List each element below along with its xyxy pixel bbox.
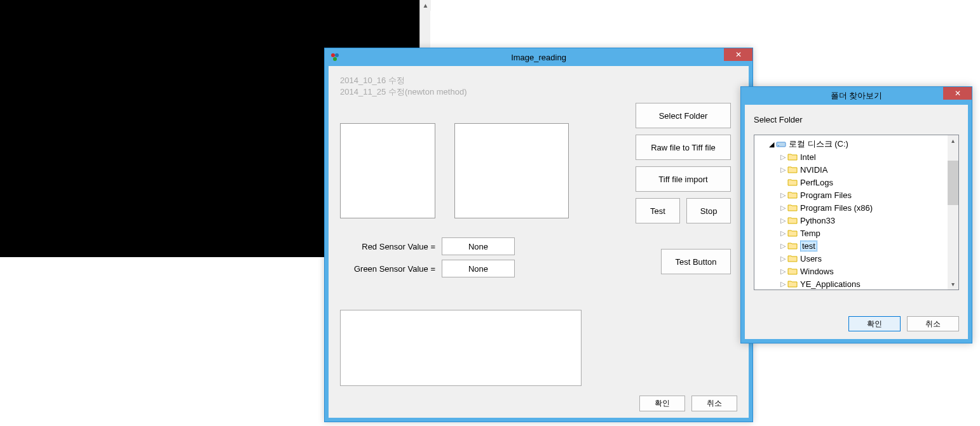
expand-icon[interactable]: ▷ — [779, 153, 787, 161]
tree-item-test[interactable]: ▷ test — [757, 239, 956, 252]
folder-icon — [787, 267, 798, 276]
app-icon — [330, 52, 340, 62]
test-stop-row: Test Stop — [636, 198, 731, 223]
image-reading-title: Image_reading — [511, 53, 566, 62]
folder-icon — [787, 152, 798, 161]
drive-icon — [776, 140, 786, 149]
folder-icon — [787, 178, 798, 187]
expand-icon[interactable]: ▷ — [779, 216, 787, 225]
tree-scrollbar[interactable]: ▴ ▾ — [948, 135, 958, 290]
collapse-icon[interactable]: ◢ — [767, 140, 776, 149]
folder-icon — [787, 229, 798, 237]
folder-icon — [787, 241, 798, 250]
expand-icon[interactable]: ▷ — [779, 280, 787, 288]
svg-point-2 — [333, 57, 337, 61]
raw-to-tiff-button[interactable]: Raw file to Tiff file — [636, 135, 731, 160]
svg-point-1 — [335, 53, 339, 57]
tree-item-program-files[interactable]: ▷ Program Files — [757, 189, 956, 201]
folder-icon — [787, 254, 798, 263]
preview-row — [340, 123, 569, 218]
image-reading-body: 2014_10_16 수정 2014_11_25 수정(newton metho… — [325, 66, 752, 422]
tree-item-label: test — [800, 241, 817, 251]
tree-item-label: NVIDIA — [800, 165, 827, 175]
scroll-up-icon[interactable]: ▴ — [948, 135, 958, 146]
tree-item-label: Intel — [800, 152, 816, 162]
green-sensor-value: None — [442, 260, 515, 277]
expand-icon[interactable]: ▷ — [779, 166, 787, 174]
stop-button[interactable]: Stop — [686, 198, 731, 223]
scroll-down-icon[interactable]: ▾ — [948, 279, 958, 290]
folder-dialog-label: Select Folder — [754, 115, 959, 124]
tree-item-users[interactable]: ▷ Users — [757, 252, 956, 265]
tree-root[interactable]: ◢ 로컬 디스크 (C:) — [757, 138, 956, 150]
button-column: Select Folder Raw file to Tiff file Tiff… — [636, 103, 731, 274]
red-sensor-row: Red Sensor Value = None — [346, 237, 515, 255]
svg-rect-4 — [778, 145, 779, 146]
red-sensor-value: None — [442, 237, 515, 255]
folder-dialog-buttons: 확인 취소 — [848, 316, 959, 331]
console-scrollbar[interactable]: ▲ — [419, 0, 430, 48]
folder-icon — [787, 216, 798, 225]
test-button[interactable]: Test — [636, 198, 680, 223]
tree-item-label: YE_Applications — [800, 279, 861, 289]
close-icon: ✕ — [955, 89, 961, 98]
scroll-thumb[interactable] — [948, 161, 958, 205]
folder-tree[interactable]: ◢ 로컬 디스크 (C:) ▷ Intel ▷ NVIDIA — [754, 135, 959, 290]
tree-item-nvidia[interactable]: ▷ NVIDIA — [757, 163, 956, 176]
tree-item-perflogs[interactable]: ▷ PerfLogs — [757, 176, 956, 189]
tree-list: ◢ 로컬 디스크 (C:) ▷ Intel ▷ NVIDIA — [754, 135, 958, 290]
tree-item-label: Temp — [800, 229, 820, 238]
folder-dialog-body: Select Folder ◢ 로컬 디스크 (C:) ▷ Intel ▷ — [741, 105, 972, 343]
tree-item-label: Program Files (x86) — [800, 203, 873, 213]
tree-item-program-files-x86[interactable]: ▷ Program Files (x86) — [757, 201, 956, 214]
folder-cancel-button[interactable]: 취소 — [907, 316, 959, 331]
tree-item-ye-applications[interactable]: ▷ YE_Applications — [757, 277, 956, 290]
header-note: 2014_10_16 수정 2014_11_25 수정(newton metho… — [340, 75, 737, 98]
tree-item-label: Windows — [800, 267, 834, 276]
expand-icon[interactable]: ▷ — [779, 242, 787, 250]
tree-root-label: 로컬 디스크 (C:) — [789, 138, 848, 150]
close-icon: ✕ — [735, 50, 742, 59]
header-line-2: 2014_11_25 수정(newton method) — [340, 86, 737, 98]
folder-icon — [787, 203, 798, 212]
svg-point-0 — [331, 53, 335, 57]
folder-dialog-titlebar[interactable]: 폴더 찾아보기 ✕ — [741, 87, 972, 105]
tree-item-intel[interactable]: ▷ Intel — [757, 150, 956, 163]
folder-icon — [787, 165, 798, 174]
tree-item-python33[interactable]: ▷ Python33 — [757, 214, 956, 227]
tree-item-label: PerfLogs — [800, 178, 833, 187]
tree-item-windows[interactable]: ▷ Windows — [757, 265, 956, 277]
tree-item-label: Users — [800, 254, 822, 263]
ok-button[interactable]: 확인 — [639, 396, 685, 411]
header-line-1: 2014_10_16 수정 — [340, 75, 737, 86]
expand-icon[interactable]: ▷ — [779, 267, 787, 276]
image-reading-window: Image_reading ✕ 2014_10_16 수정 2014_11_25… — [324, 48, 753, 422]
cancel-button[interactable]: 취소 — [691, 396, 737, 411]
expand-icon[interactable]: ▷ — [779, 255, 787, 263]
select-folder-button[interactable]: Select Folder — [636, 103, 731, 128]
scroll-up-icon[interactable]: ▲ — [420, 0, 431, 11]
dialog-bottom-buttons: 확인 취소 — [639, 396, 737, 411]
image-reading-titlebar[interactable]: Image_reading ✕ — [325, 48, 752, 66]
folder-dialog-title: 폴더 찾아보기 — [831, 90, 883, 102]
tree-item-label: Program Files — [800, 190, 852, 200]
output-textbox[interactable] — [340, 310, 582, 386]
folder-ok-button[interactable]: 확인 — [848, 316, 901, 331]
folder-dialog-close-button[interactable]: ✕ — [943, 87, 972, 100]
expand-icon[interactable]: ▷ — [779, 229, 787, 237]
expand-icon[interactable]: ▷ — [779, 204, 787, 212]
tiff-import-button[interactable]: Tiff file import — [636, 166, 731, 192]
folder-browse-dialog: 폴더 찾아보기 ✕ Select Folder ◢ 로컬 디스크 (C:) ▷ … — [740, 86, 972, 343]
folder-icon — [787, 279, 798, 288]
expand-icon[interactable]: ▷ — [779, 191, 787, 199]
red-sensor-label: Red Sensor Value = — [346, 242, 435, 251]
close-button[interactable]: ✕ — [724, 48, 752, 61]
preview-box-2 — [454, 123, 569, 218]
folder-icon — [787, 190, 798, 199]
preview-box-1 — [340, 123, 435, 218]
green-sensor-row: Green Sensor Value = None — [346, 260, 515, 277]
tree-item-temp[interactable]: ▷ Temp — [757, 227, 956, 239]
green-sensor-label: Green Sensor Value = — [346, 264, 435, 274]
test-button-2[interactable]: Test Button — [661, 249, 731, 274]
tree-item-label: Python33 — [800, 216, 835, 225]
